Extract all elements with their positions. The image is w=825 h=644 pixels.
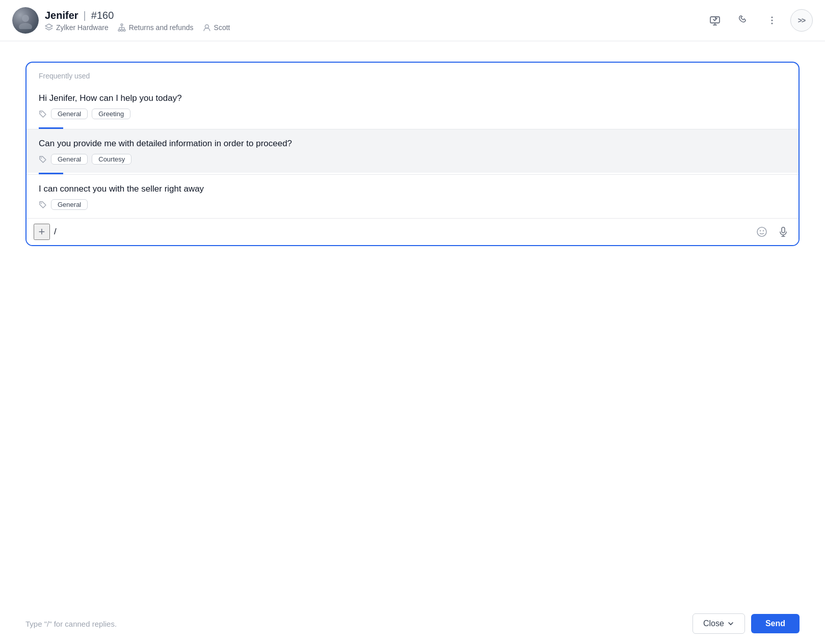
header-name-row: Jenifer | #160 <box>45 10 230 21</box>
canned-tags-1: General Greeting <box>39 109 786 119</box>
category-item: Returns and refunds <box>118 23 194 32</box>
svg-point-13 <box>771 17 773 18</box>
more-options-button[interactable] <box>762 10 782 31</box>
tag-general-3[interactable]: General <box>51 199 88 210</box>
header-right: >> <box>705 9 813 32</box>
message-input[interactable] <box>54 227 750 237</box>
phone-button[interactable] <box>733 10 754 31</box>
send-button[interactable]: Send <box>751 614 800 633</box>
svg-point-21 <box>763 230 764 231</box>
expand-label: >> <box>798 16 805 24</box>
chevron-down-icon <box>727 620 734 627</box>
header-meta: Zylker Hardware <box>45 23 230 32</box>
canned-text-1: Hi Jenifer, How can I help you today? <box>39 93 786 103</box>
svg-rect-3 <box>118 30 120 31</box>
header-left: Jenifer | #160 Zylker Hardware <box>12 7 230 34</box>
frequently-used-label: Frequently used <box>26 63 799 84</box>
avatar-inner <box>12 7 39 34</box>
emoji-button[interactable] <box>754 224 770 240</box>
tag-icon-1 <box>39 110 47 118</box>
header: Jenifer | #160 Zylker Hardware <box>0 0 825 41</box>
svg-point-15 <box>771 23 773 24</box>
canned-item-3[interactable]: I can connect you with the seller right … <box>26 175 799 218</box>
microphone-button[interactable] <box>775 224 791 240</box>
agent-icon <box>203 23 211 32</box>
category-name: Returns and refunds <box>129 23 194 32</box>
header-info: Jenifer | #160 Zylker Hardware <box>45 10 230 32</box>
svg-point-17 <box>41 157 42 158</box>
customer-name: Jenifer <box>45 10 78 21</box>
close-label: Close <box>703 619 724 628</box>
screen-share-button[interactable] <box>705 10 725 31</box>
hierarchy-icon <box>118 23 126 32</box>
canned-replies-panel: Frequently used Hi Jenifer, How can I he… <box>25 62 800 246</box>
svg-point-1 <box>19 23 32 29</box>
footer-actions: Close Send <box>693 613 800 634</box>
input-area: + <box>26 218 799 245</box>
company-item: Zylker Hardware <box>45 23 109 32</box>
canned-text-2: Can you provide me with detailed informa… <box>39 139 786 149</box>
layers-icon <box>45 23 53 32</box>
svg-point-14 <box>771 20 773 21</box>
svg-point-0 <box>22 15 29 22</box>
input-icons <box>754 224 791 240</box>
expand-button[interactable]: >> <box>790 9 813 32</box>
svg-rect-4 <box>121 30 123 31</box>
agent-item: Scott <box>203 23 230 32</box>
svg-point-18 <box>41 203 42 204</box>
footer: Type "/" for canned replies. Close Send <box>0 603 825 644</box>
canned-tags-3: General <box>39 199 786 210</box>
canned-item-2[interactable]: Can you provide me with detailed informa… <box>26 129 799 173</box>
add-attachment-button[interactable]: + <box>34 224 50 240</box>
tag-icon-2 <box>39 155 47 164</box>
svg-rect-5 <box>123 30 125 31</box>
canned-text-3: I can connect you with the seller right … <box>39 184 786 194</box>
close-button[interactable]: Close <box>693 613 745 634</box>
tag-general-1[interactable]: General <box>51 109 88 119</box>
svg-rect-2 <box>121 24 123 25</box>
svg-point-16 <box>41 112 42 113</box>
tag-icon-3 <box>39 201 47 209</box>
ticket-number: #160 <box>91 10 114 21</box>
canned-item-1[interactable]: Hi Jenifer, How can I help you today? Ge… <box>26 84 799 127</box>
send-label: Send <box>765 619 785 628</box>
svg-point-19 <box>757 227 766 236</box>
tag-general-2[interactable]: General <box>51 154 88 165</box>
avatar <box>12 7 39 34</box>
svg-rect-22 <box>782 227 785 233</box>
main-content: Frequently used Hi Jenifer, How can I he… <box>0 41 825 603</box>
company-name: Zylker Hardware <box>56 23 109 32</box>
tag-greeting-1[interactable]: Greeting <box>92 109 130 119</box>
divider: | <box>84 10 86 21</box>
svg-point-20 <box>760 230 761 231</box>
tag-courtesy-2[interactable]: Courtesy <box>92 154 131 165</box>
canned-tags-2: General Courtesy <box>39 154 786 165</box>
agent-name: Scott <box>214 23 230 32</box>
footer-hint: Type "/" for canned replies. <box>25 620 117 628</box>
